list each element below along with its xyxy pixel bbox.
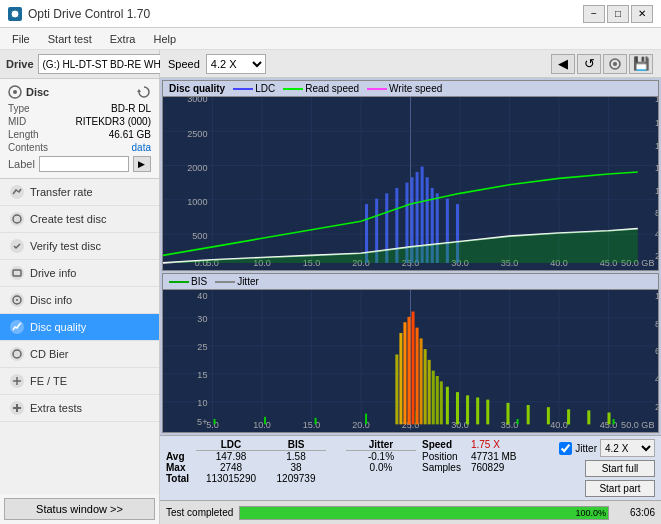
disc-refresh-icon [137,85,151,99]
disc-info-icon [10,293,24,307]
progress-label: Test completed [166,507,233,518]
label-go-button[interactable]: ▶ [133,156,151,172]
disc-label-input[interactable] [39,156,129,172]
svg-text:40: 40 [197,291,207,301]
titlebar-left: Opti Drive Control 1.70 [8,7,150,21]
svg-text:10: 10 [197,398,207,408]
sidebar-item-fe-te[interactable]: FE / TE [0,368,159,395]
read-speed-legend-color [283,88,303,90]
speed-prev-button[interactable]: ◀ [551,54,575,74]
menu-start-test[interactable]: Start test [40,31,100,47]
menubar: File Start test Extra Help [0,28,661,50]
svg-text:16X: 16X [655,118,658,128]
speed-quality-select[interactable]: 4.2 X [600,439,655,457]
svg-text:6%: 6% [655,347,658,357]
disc-icon [8,85,22,99]
speed-select[interactable]: 4.2 X [206,54,266,74]
sidebar-item-transfer-rate[interactable]: Transfer rate [0,179,159,206]
disc-info-label: Disc info [30,294,72,306]
menu-help[interactable]: Help [145,31,184,47]
svg-text:1000: 1000 [187,197,207,207]
svg-rect-124 [456,392,459,424]
minimize-button[interactable]: − [583,5,605,23]
sidebar-item-verify-test-disc[interactable]: Verify test disc [0,233,159,260]
svg-rect-112 [399,333,402,424]
ldc-legend: LDC [233,83,275,94]
sidebar-item-drive-info[interactable]: Drive info [0,260,159,287]
position-value: 47731 MB [467,451,521,463]
start-full-button[interactable]: Start full [585,460,655,477]
samples-value: 760829 [467,462,521,473]
svg-rect-102 [214,419,216,424]
chart1-title: Disc quality [169,83,225,94]
ldc-avg: 147.98 [196,451,266,463]
svg-point-7 [16,299,18,301]
svg-text:4%: 4% [655,374,658,384]
create-test-disc-label: Create test disc [30,213,106,225]
contents-label: Contents [8,142,48,153]
speed-buttons: ◀ ↺ 💾 [551,54,653,74]
svg-point-4 [13,215,21,223]
sidebar-item-disc-info[interactable]: Disc info [0,287,159,314]
sidebar-nav: Transfer rate Create test disc Verify te… [0,179,159,494]
write-speed-legend: Write speed [367,83,442,94]
max-label: Max [166,462,196,473]
ldc-legend-color [233,88,253,90]
svg-text:40.0: 40.0 [550,420,568,430]
disc-length-row: Length 46.61 GB [8,129,151,140]
app-title: Opti Drive Control 1.70 [28,7,150,21]
status-window-button[interactable]: Status window >> [4,498,155,520]
disc-quality-icon [10,320,24,334]
sidebar-item-create-test-disc[interactable]: Create test disc [0,206,159,233]
svg-text:2500: 2500 [187,128,207,138]
ldc-header: LDC [196,439,266,451]
sidebar-item-cd-bier[interactable]: CD Bier [0,341,159,368]
save-button[interactable]: 💾 [629,54,653,74]
stats-bar: LDC BIS Jitter Speed 1.75 X Avg 147.98 1… [160,435,661,500]
jitter-header: Jitter [346,439,416,451]
svg-text:25: 25 [197,342,207,352]
jitter-checkbox-label: Jitter [575,443,597,454]
svg-text:2X: 2X [655,250,658,260]
fe-te-icon [10,374,24,388]
menu-file[interactable]: File [4,31,38,47]
total-label: Total [166,473,196,484]
contents-value: data [132,142,151,153]
close-button[interactable]: ✕ [631,5,653,23]
disc-icon-button[interactable] [603,54,627,74]
svg-text:8%: 8% [655,319,658,329]
svg-rect-115 [412,312,415,425]
length-value: 46.61 GB [109,129,151,140]
drive-info-icon [10,266,24,280]
svg-point-0 [11,10,19,18]
jitter-checkbox[interactable] [559,442,572,455]
sidebar-item-extra-tests[interactable]: Extra tests [0,395,159,422]
speed-refresh-button[interactable]: ↺ [577,54,601,74]
svg-rect-5 [13,270,21,276]
bis-max: 38 [266,462,326,473]
svg-text:20.0: 20.0 [352,420,370,430]
sidebar-item-disc-quality[interactable]: Disc quality [0,314,159,341]
bis-avg: 1.58 [266,451,326,463]
ldc-total: 113015290 [196,473,266,484]
svg-rect-127 [486,400,489,425]
menu-extra[interactable]: Extra [102,31,144,47]
svg-text:15: 15 [197,370,207,380]
chart1-legend: Disc quality LDC Read speed Write speed [163,81,658,97]
create-test-disc-icon [10,212,24,226]
jitter-legend-color [215,281,235,283]
ldc-legend-label: LDC [255,83,275,94]
svg-rect-123 [446,387,449,425]
drive-info-label: Drive info [30,267,76,279]
start-part-button[interactable]: Start part [585,480,655,497]
svg-rect-121 [436,376,439,424]
svg-rect-122 [440,382,443,425]
disc-panel: Disc Type BD-R DL MID RITEKDR3 (000) Len… [0,79,159,179]
maximize-button[interactable]: □ [607,5,629,23]
svg-rect-130 [547,407,550,424]
jitter-legend: Jitter [215,276,259,287]
svg-text:8X: 8X [655,208,658,218]
svg-rect-119 [428,360,431,424]
speed-stat-label: Speed [416,439,467,451]
app-icon [8,7,22,21]
